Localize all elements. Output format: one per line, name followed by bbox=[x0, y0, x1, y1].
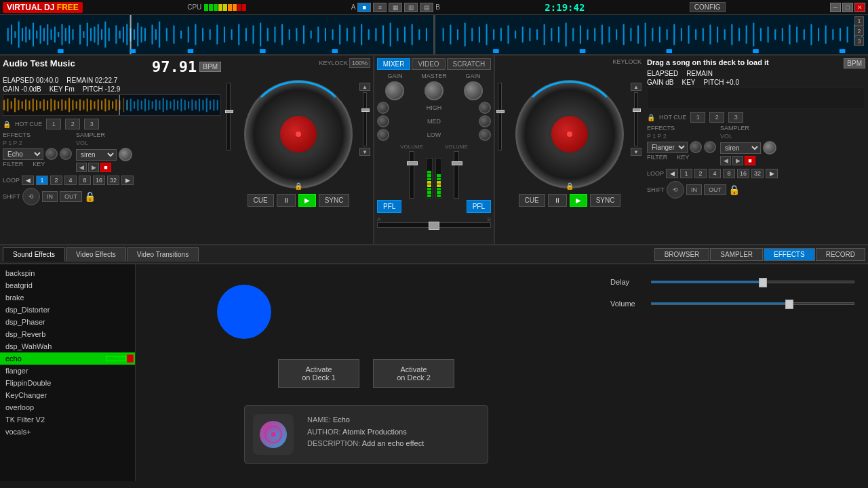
left-pause-btn[interactable]: ⏸ bbox=[277, 194, 296, 207]
tab-effects[interactable]: EFFECTS bbox=[764, 248, 815, 261]
waveform-right[interactable]: 1 2 3 bbox=[435, 15, 869, 54]
left-cue-btn[interactable]: CUE bbox=[248, 194, 274, 207]
pfl-left-btn[interactable]: PFL bbox=[377, 200, 401, 213]
left-sampler-select[interactable]: siren bbox=[76, 149, 117, 161]
waveform-num-1[interactable]: 1 bbox=[854, 16, 864, 26]
right-pause-btn[interactable]: ⏸ bbox=[548, 194, 567, 207]
right-pitch-down[interactable]: ▼ bbox=[631, 148, 642, 156]
right-loop-2[interactable]: 2 bbox=[694, 169, 707, 178]
left-sampler-stop[interactable]: ■ bbox=[100, 163, 111, 172]
right-loop-prev[interactable]: ◀ bbox=[666, 169, 678, 178]
waveform-left[interactable] bbox=[0, 15, 433, 54]
left-loop-next[interactable]: ▶ bbox=[121, 176, 134, 185]
effect-item-brake[interactable]: brake bbox=[0, 291, 135, 304]
mixer-high-right-knob[interactable] bbox=[479, 102, 491, 114]
effect-item-dsp-phaser[interactable]: dsp_Phaser bbox=[0, 316, 135, 328]
tab-browser[interactable]: BROWSER bbox=[654, 248, 710, 261]
mixer-med-left-knob[interactable] bbox=[377, 115, 389, 127]
right-cue-btn[interactable]: CUE bbox=[519, 194, 545, 207]
tab-video-transitions[interactable]: Video Transitions bbox=[127, 247, 199, 262]
hot-cue-left-3[interactable]: 3 bbox=[84, 119, 99, 129]
left-pitch-up[interactable]: ▲ bbox=[359, 83, 370, 91]
left-sampler-prev[interactable]: ◀ bbox=[76, 163, 87, 172]
left-out-btn[interactable]: OUT bbox=[60, 191, 82, 202]
hot-cue-right-3[interactable]: 3 bbox=[728, 112, 743, 123]
config-button[interactable]: CONFIG bbox=[690, 2, 726, 12]
right-effect-select[interactable]: Flanger bbox=[647, 142, 688, 153]
crossfader-track[interactable] bbox=[377, 222, 491, 228]
left-loop-2[interactable]: 2 bbox=[50, 176, 62, 185]
left-pitch-slider[interactable] bbox=[363, 92, 367, 146]
left-play-btn[interactable]: ▶ bbox=[298, 194, 316, 207]
waveform-num-3[interactable]: 3 bbox=[854, 37, 864, 46]
effect-item-vocals[interactable]: vocals+ bbox=[0, 426, 135, 438]
effect-item-backspin[interactable]: backspin bbox=[0, 267, 135, 279]
hot-cue-left-1[interactable]: 1 bbox=[46, 119, 61, 129]
right-sampler-select[interactable]: siren bbox=[720, 142, 761, 154]
left-effect-select[interactable]: Echo bbox=[3, 148, 43, 160]
mixer-low-right-knob[interactable] bbox=[479, 129, 491, 141]
waveform-num-2[interactable]: 2 bbox=[854, 26, 864, 36]
right-loop-32[interactable]: 32 bbox=[751, 169, 764, 178]
effect-item-echo[interactable]: echo bbox=[0, 352, 135, 365]
minimize-button[interactable]: ─ bbox=[830, 3, 841, 12]
left-shift-btn[interactable]: ⟲ bbox=[22, 188, 40, 205]
volume-slider-track[interactable] bbox=[651, 302, 854, 305]
right-mini-waveform[interactable] bbox=[647, 87, 865, 109]
hot-cue-right-2[interactable]: 2 bbox=[709, 112, 724, 123]
left-loop-prev[interactable]: ◀ bbox=[22, 176, 34, 185]
tab-sampler[interactable]: SAMPLER bbox=[710, 248, 763, 261]
close-button[interactable]: ✕ bbox=[854, 3, 865, 12]
mixer-fader-left[interactable] bbox=[409, 151, 414, 199]
left-loop-4[interactable]: 4 bbox=[64, 176, 77, 185]
right-turntable[interactable] bbox=[515, 80, 624, 188]
effect-item-overloop[interactable]: overloop bbox=[0, 401, 135, 413]
left-loop-1[interactable]: 1 bbox=[36, 176, 48, 185]
mixer-icon-3[interactable]: ▦ bbox=[389, 3, 402, 12]
right-key-knob[interactable] bbox=[704, 141, 716, 153]
right-loop-1[interactable]: 1 bbox=[680, 169, 692, 178]
right-out-btn[interactable]: OUT bbox=[704, 184, 726, 195]
mixer-gain-right-knob[interactable] bbox=[464, 81, 483, 100]
right-in-btn[interactable]: IN bbox=[686, 184, 702, 195]
mixer-icon-1[interactable]: ■ bbox=[357, 3, 371, 12]
right-pitch-up[interactable]: ▲ bbox=[631, 83, 642, 91]
right-sampler-prev[interactable]: ◀ bbox=[720, 156, 731, 165]
effect-item-tkfilter[interactable]: TK Filter V2 bbox=[0, 413, 135, 426]
left-loop-8[interactable]: 8 bbox=[79, 176, 91, 185]
right-loop-16[interactable]: 16 bbox=[737, 169, 749, 178]
right-loop-4[interactable]: 4 bbox=[709, 169, 721, 178]
mixer-icon-5[interactable]: ▤ bbox=[420, 3, 433, 12]
left-sync-btn[interactable]: SYNC bbox=[319, 194, 350, 207]
mixer-gain-left-knob[interactable] bbox=[385, 81, 404, 100]
effect-item-flanger[interactable]: flanger bbox=[0, 365, 135, 377]
right-filter-knob[interactable] bbox=[690, 141, 702, 153]
right-vol-knob[interactable] bbox=[763, 141, 776, 155]
left-pitch-track[interactable] bbox=[226, 83, 231, 150]
left-key-knob[interactable] bbox=[60, 148, 72, 160]
tab-video-effects[interactable]: Video Effects bbox=[66, 247, 126, 262]
tab-record[interactable]: RECORD bbox=[816, 248, 865, 261]
right-pitch-slider[interactable] bbox=[634, 92, 638, 146]
left-sampler-play[interactable]: ▶ bbox=[88, 163, 99, 172]
left-keylock-btn[interactable]: 100% bbox=[349, 58, 370, 68]
mixer-icon-2[interactable]: ≡ bbox=[373, 3, 387, 12]
mixer-master-knob[interactable] bbox=[425, 81, 443, 100]
mixer-low-left-knob[interactable] bbox=[377, 129, 389, 141]
mixer-tab-scratch[interactable]: SCRATCH bbox=[447, 58, 492, 70]
mixer-med-right-knob[interactable] bbox=[479, 115, 491, 127]
mixer-tab-mixer[interactable]: MIXER bbox=[377, 58, 411, 70]
activate-deck1-btn[interactable]: Activate on Deck 1 bbox=[278, 359, 359, 388]
left-in-btn[interactable]: IN bbox=[42, 191, 58, 202]
effect-item-keychanger[interactable]: KeyChanger bbox=[0, 389, 135, 401]
mixer-fader-right[interactable] bbox=[454, 151, 459, 199]
left-pitch-down[interactable]: ▼ bbox=[359, 148, 370, 156]
left-filter-knob[interactable] bbox=[45, 148, 58, 160]
mixer-high-left-knob[interactable] bbox=[377, 102, 389, 114]
right-pitch-track[interactable] bbox=[498, 83, 502, 150]
restore-button[interactable]: □ bbox=[842, 3, 853, 12]
activate-deck2-btn[interactable]: Activate on Deck 2 bbox=[373, 359, 454, 388]
effect-item-dsp-reverb[interactable]: dsp_Reverb bbox=[0, 328, 135, 340]
left-mini-waveform[interactable] bbox=[3, 94, 221, 116]
delay-slider-track[interactable] bbox=[651, 281, 854, 283]
